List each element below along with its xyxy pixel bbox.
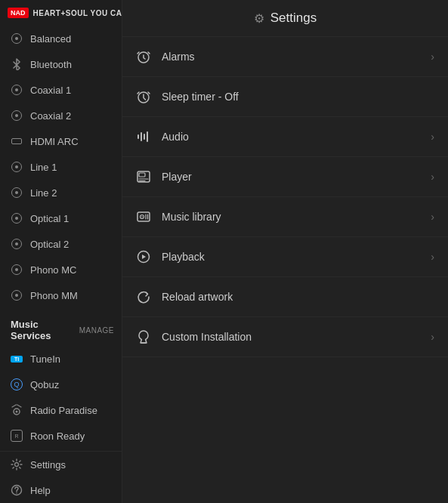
svg-rect-8 [141, 132, 142, 141]
roon-icon: R [11, 430, 23, 442]
circle-dot-icon [11, 289, 23, 301]
svg-point-1 [16, 411, 18, 413]
sidebar-item-optical1[interactable]: Optical 1 [0, 205, 122, 231]
chevron-right-icon: › [431, 211, 434, 223]
circle-dot-icon [11, 32, 23, 45]
settings-item-reload-artwork[interactable]: Reload artwork [122, 277, 448, 317]
bluetooth-icon [11, 58, 23, 70]
sidebar-item-hdmi-arc[interactable]: HDMI ARC [0, 128, 122, 154]
logo-area: NAD HEART+SOUL YOU CAN HEAR [0, 0, 122, 26]
settings-item-custom-installation[interactable]: Custom Installation › [122, 317, 448, 357]
circle-dot-icon [11, 84, 23, 96]
music-services-section: Music Services MANAGE [0, 308, 122, 346]
settings-label-music-library: Music library [162, 211, 420, 223]
settings-label-playback: Playback [162, 251, 420, 263]
help-icon [11, 484, 23, 496]
sidebar-item-coaxial2[interactable]: Coaxial 2 [0, 103, 122, 128]
svg-point-4 [16, 492, 17, 493]
sidebar-item-roon-ready[interactable]: R Roon Ready [0, 423, 122, 449]
playback-icon [136, 249, 151, 264]
reload-icon [136, 289, 151, 304]
sidebar-item-qobuz[interactable]: Q Qobuz [0, 372, 122, 397]
settings-label-sleep: Sleep timer - Off [162, 91, 434, 103]
radio-icon [11, 404, 23, 416]
audio-icon [136, 129, 151, 144]
chevron-right-icon: › [431, 251, 434, 263]
sidebar-item-line1[interactable]: Line 1 [0, 154, 122, 180]
sidebar-item-coaxial1[interactable]: Coaxial 1 [0, 77, 122, 103]
gear-icon [11, 458, 23, 471]
sidebar: NAD HEART+SOUL YOU CAN HEAR Balanced Blu… [0, 0, 122, 503]
main-header: ⚙ Settings [122, 0, 448, 37]
circle-dot-icon [11, 212, 23, 224]
svg-rect-12 [139, 173, 145, 177]
svg-point-2 [15, 463, 19, 467]
svg-rect-7 [137, 134, 139, 139]
custom-icon [136, 329, 151, 344]
sidebar-item-line2[interactable]: Line 2 [0, 180, 122, 205]
svg-rect-10 [147, 131, 148, 142]
settings-label-audio: Audio [162, 131, 420, 143]
tunein-icon: TI [11, 353, 23, 365]
settings-item-music-library[interactable]: Music library › [122, 197, 448, 237]
sidebar-item-settings[interactable]: Settings [0, 452, 122, 477]
sidebar-item-bluetooth[interactable]: Bluetooth [0, 51, 122, 77]
sidebar-item-phono-mc[interactable]: Phono MC [0, 257, 122, 282]
circle-dot-icon [11, 110, 23, 122]
circle-dot-icon [11, 187, 23, 199]
sleep-icon [136, 89, 151, 104]
qobuz-icon: Q [11, 378, 23, 390]
sidebar-item-balanced[interactable]: Balanced [0, 26, 122, 51]
main-content: ⚙ Settings Alarms › [122, 0, 448, 503]
settings-label-player: Player [162, 171, 420, 183]
music-library-icon [136, 209, 151, 224]
sidebar-item-optical2[interactable]: Optical 2 [0, 231, 122, 257]
circle-dot-icon [11, 238, 23, 250]
settings-item-audio[interactable]: Audio › [122, 117, 448, 157]
logo-text: HEART+SOUL YOU CAN HEAR [33, 9, 123, 17]
settings-label-alarms: Alarms [162, 51, 420, 63]
chevron-right-icon: › [431, 51, 434, 63]
settings-gear-icon: ⚙ [254, 11, 264, 26]
circle-dot-icon [11, 264, 23, 276]
settings-label-reload: Reload artwork [162, 291, 434, 303]
chevron-right-icon: › [431, 131, 434, 143]
sidebar-item-help[interactable]: Help [0, 477, 122, 503]
sidebar-item-phono-mm[interactable]: Phono MM [0, 282, 122, 308]
settings-item-alarms[interactable]: Alarms › [122, 37, 448, 77]
music-services-title: Music Services [11, 319, 79, 341]
alarm-icon [136, 49, 151, 64]
logo-box: NAD [8, 8, 29, 18]
settings-item-playback[interactable]: Playback › [122, 237, 448, 277]
settings-list: Alarms › Sleep timer - Off [122, 37, 448, 503]
settings-label-custom: Custom Installation [162, 331, 420, 343]
svg-rect-9 [144, 134, 145, 140]
settings-item-sleep-timer[interactable]: Sleep timer - Off [122, 77, 448, 117]
rect-icon [11, 135, 23, 147]
chevron-right-icon: › [431, 171, 434, 183]
circle-dot-icon [11, 161, 23, 173]
sidebar-bottom: Settings Help [0, 451, 122, 503]
settings-item-player[interactable]: Player › [122, 157, 448, 197]
svg-point-15 [141, 216, 143, 218]
player-icon [136, 169, 151, 184]
chevron-right-icon: › [431, 331, 434, 343]
sidebar-item-tunein[interactable]: TI TuneIn [0, 346, 122, 372]
sidebar-item-radio-paradise[interactable]: Radio Paradise [0, 397, 122, 423]
main-title: Settings [270, 11, 317, 26]
manage-button[interactable]: MANAGE [79, 326, 114, 335]
